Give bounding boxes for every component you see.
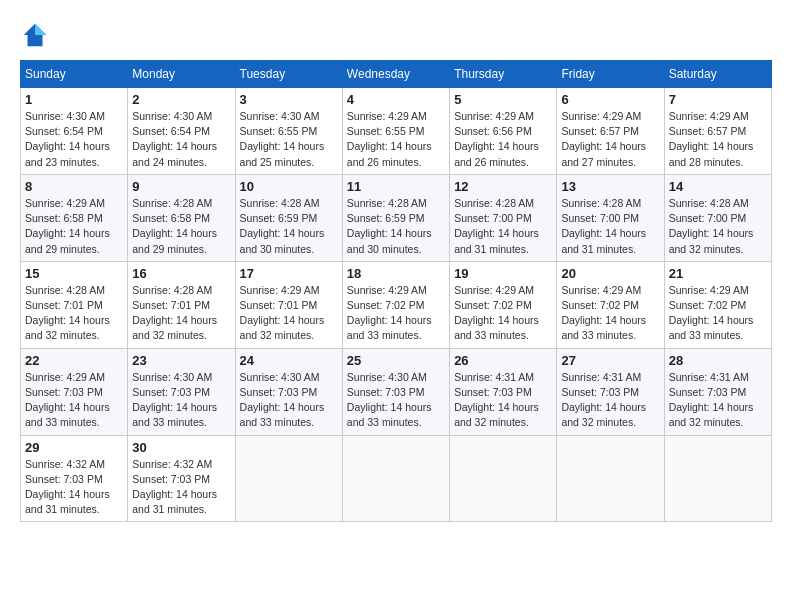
calendar-cell: 15 Sunrise: 4:28 AM Sunset: 7:01 PM Dayl…: [21, 261, 128, 348]
sunset-label: Sunset: 7:02 PM: [454, 299, 532, 311]
day-number: 5: [454, 92, 552, 107]
sunrise-label: Sunrise: 4:29 AM: [454, 110, 534, 122]
sunset-label: Sunset: 6:55 PM: [347, 125, 425, 137]
calendar-cell: [342, 435, 449, 522]
sunset-label: Sunset: 6:54 PM: [25, 125, 103, 137]
sunset-label: Sunset: 7:02 PM: [347, 299, 425, 311]
calendar-table: SundayMondayTuesdayWednesdayThursdayFrid…: [20, 60, 772, 522]
sunset-label: Sunset: 7:03 PM: [347, 386, 425, 398]
day-info: Sunrise: 4:29 AM Sunset: 6:57 PM Dayligh…: [669, 109, 767, 170]
calendar-cell: 3 Sunrise: 4:30 AM Sunset: 6:55 PM Dayli…: [235, 88, 342, 175]
day-number: 24: [240, 353, 338, 368]
day-info: Sunrise: 4:32 AM Sunset: 7:03 PM Dayligh…: [25, 457, 123, 518]
sunrise-label: Sunrise: 4:29 AM: [561, 110, 641, 122]
day-number: 4: [347, 92, 445, 107]
day-info: Sunrise: 4:28 AM Sunset: 6:59 PM Dayligh…: [240, 196, 338, 257]
calendar-cell: 19 Sunrise: 4:29 AM Sunset: 7:02 PM Dayl…: [450, 261, 557, 348]
sunset-label: Sunset: 6:59 PM: [347, 212, 425, 224]
sunrise-label: Sunrise: 4:28 AM: [561, 197, 641, 209]
day-info: Sunrise: 4:29 AM Sunset: 6:56 PM Dayligh…: [454, 109, 552, 170]
day-info: Sunrise: 4:28 AM Sunset: 7:01 PM Dayligh…: [132, 283, 230, 344]
calendar-cell: 10 Sunrise: 4:28 AM Sunset: 6:59 PM Dayl…: [235, 174, 342, 261]
sunset-label: Sunset: 7:02 PM: [561, 299, 639, 311]
day-info: Sunrise: 4:31 AM Sunset: 7:03 PM Dayligh…: [561, 370, 659, 431]
calendar-cell: 18 Sunrise: 4:29 AM Sunset: 7:02 PM Dayl…: [342, 261, 449, 348]
sunrise-label: Sunrise: 4:28 AM: [25, 284, 105, 296]
column-header-monday: Monday: [128, 61, 235, 88]
day-info: Sunrise: 4:32 AM Sunset: 7:03 PM Dayligh…: [132, 457, 230, 518]
sunset-label: Sunset: 7:01 PM: [240, 299, 318, 311]
sunset-label: Sunset: 6:56 PM: [454, 125, 532, 137]
sunset-label: Sunset: 7:03 PM: [669, 386, 747, 398]
sunrise-label: Sunrise: 4:28 AM: [669, 197, 749, 209]
day-number: 9: [132, 179, 230, 194]
sunset-label: Sunset: 7:03 PM: [25, 473, 103, 485]
sunset-label: Sunset: 7:03 PM: [132, 386, 210, 398]
calendar-cell: 17 Sunrise: 4:29 AM Sunset: 7:01 PM Dayl…: [235, 261, 342, 348]
sunset-label: Sunset: 7:00 PM: [561, 212, 639, 224]
calendar-cell: 29 Sunrise: 4:32 AM Sunset: 7:03 PM Dayl…: [21, 435, 128, 522]
sunset-label: Sunset: 7:03 PM: [240, 386, 318, 398]
day-info: Sunrise: 4:29 AM Sunset: 6:55 PM Dayligh…: [347, 109, 445, 170]
page-header: [20, 20, 772, 50]
daylight-label: Daylight: 14 hours and 33 minutes.: [669, 314, 754, 341]
column-header-friday: Friday: [557, 61, 664, 88]
daylight-label: Daylight: 14 hours and 23 minutes.: [25, 140, 110, 167]
daylight-label: Daylight: 14 hours and 29 minutes.: [25, 227, 110, 254]
sunrise-label: Sunrise: 4:28 AM: [454, 197, 534, 209]
sunset-label: Sunset: 7:03 PM: [454, 386, 532, 398]
daylight-label: Daylight: 14 hours and 31 minutes.: [132, 488, 217, 515]
day-info: Sunrise: 4:29 AM Sunset: 7:01 PM Dayligh…: [240, 283, 338, 344]
day-number: 16: [132, 266, 230, 281]
sunset-label: Sunset: 7:03 PM: [25, 386, 103, 398]
day-number: 1: [25, 92, 123, 107]
sunset-label: Sunset: 7:00 PM: [454, 212, 532, 224]
logo-icon: [20, 20, 50, 50]
daylight-label: Daylight: 14 hours and 26 minutes.: [347, 140, 432, 167]
sunrise-label: Sunrise: 4:30 AM: [240, 371, 320, 383]
day-number: 27: [561, 353, 659, 368]
day-number: 28: [669, 353, 767, 368]
sunset-label: Sunset: 6:58 PM: [25, 212, 103, 224]
daylight-label: Daylight: 14 hours and 33 minutes.: [454, 314, 539, 341]
svg-marker-1: [35, 24, 46, 35]
day-number: 2: [132, 92, 230, 107]
day-info: Sunrise: 4:28 AM Sunset: 6:59 PM Dayligh…: [347, 196, 445, 257]
column-header-thursday: Thursday: [450, 61, 557, 88]
daylight-label: Daylight: 14 hours and 32 minutes.: [669, 401, 754, 428]
sunset-label: Sunset: 7:00 PM: [669, 212, 747, 224]
daylight-label: Daylight: 14 hours and 30 minutes.: [240, 227, 325, 254]
sunrise-label: Sunrise: 4:30 AM: [132, 110, 212, 122]
sunrise-label: Sunrise: 4:32 AM: [25, 458, 105, 470]
calendar-week-row: 1 Sunrise: 4:30 AM Sunset: 6:54 PM Dayli…: [21, 88, 772, 175]
sunset-label: Sunset: 7:01 PM: [25, 299, 103, 311]
day-number: 6: [561, 92, 659, 107]
sunrise-label: Sunrise: 4:31 AM: [454, 371, 534, 383]
calendar-cell: [557, 435, 664, 522]
daylight-label: Daylight: 14 hours and 32 minutes.: [454, 401, 539, 428]
daylight-label: Daylight: 14 hours and 33 minutes.: [25, 401, 110, 428]
calendar-cell: 9 Sunrise: 4:28 AM Sunset: 6:58 PM Dayli…: [128, 174, 235, 261]
day-number: 10: [240, 179, 338, 194]
calendar-cell: 11 Sunrise: 4:28 AM Sunset: 6:59 PM Dayl…: [342, 174, 449, 261]
calendar-cell: 14 Sunrise: 4:28 AM Sunset: 7:00 PM Dayl…: [664, 174, 771, 261]
daylight-label: Daylight: 14 hours and 30 minutes.: [347, 227, 432, 254]
day-number: 26: [454, 353, 552, 368]
calendar-cell: 4 Sunrise: 4:29 AM Sunset: 6:55 PM Dayli…: [342, 88, 449, 175]
day-number: 7: [669, 92, 767, 107]
sunrise-label: Sunrise: 4:29 AM: [347, 110, 427, 122]
daylight-label: Daylight: 14 hours and 33 minutes.: [561, 314, 646, 341]
sunrise-label: Sunrise: 4:29 AM: [240, 284, 320, 296]
day-number: 12: [454, 179, 552, 194]
calendar-cell: 28 Sunrise: 4:31 AM Sunset: 7:03 PM Dayl…: [664, 348, 771, 435]
calendar-cell: 24 Sunrise: 4:30 AM Sunset: 7:03 PM Dayl…: [235, 348, 342, 435]
sunrise-label: Sunrise: 4:28 AM: [132, 197, 212, 209]
calendar-cell: 5 Sunrise: 4:29 AM Sunset: 6:56 PM Dayli…: [450, 88, 557, 175]
calendar-week-row: 29 Sunrise: 4:32 AM Sunset: 7:03 PM Dayl…: [21, 435, 772, 522]
day-info: Sunrise: 4:30 AM Sunset: 7:03 PM Dayligh…: [240, 370, 338, 431]
calendar-cell: [664, 435, 771, 522]
calendar-cell: 26 Sunrise: 4:31 AM Sunset: 7:03 PM Dayl…: [450, 348, 557, 435]
day-number: 23: [132, 353, 230, 368]
day-info: Sunrise: 4:30 AM Sunset: 6:55 PM Dayligh…: [240, 109, 338, 170]
daylight-label: Daylight: 14 hours and 25 minutes.: [240, 140, 325, 167]
